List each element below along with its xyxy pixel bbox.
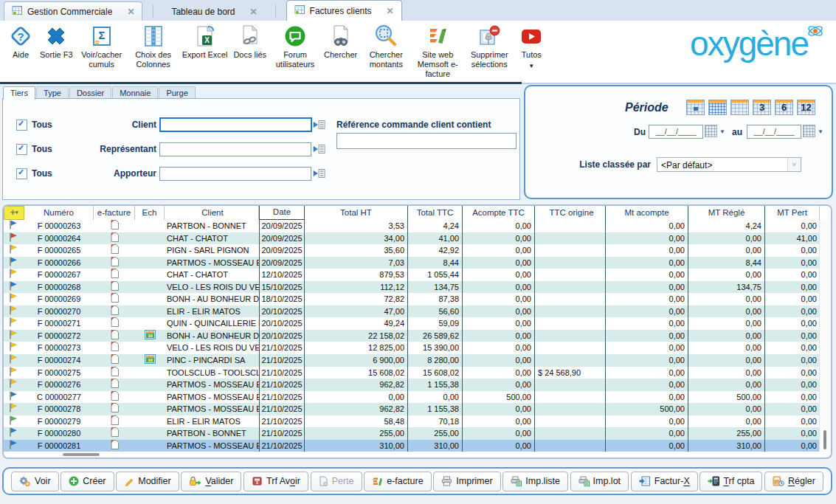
column-header-mt-acompte[interactable]: Mt acompte — [606, 206, 688, 220]
column-header-date[interactable]: Date — [259, 206, 305, 220]
lookup-list-icon[interactable] — [313, 120, 326, 130]
table-row[interactable]: F 00000273 10 VELO - LES ROIS DU VELO 21… — [4, 342, 820, 354]
toolbar-supprimer-selections-button[interactable]: Supprimer sélections — [466, 23, 512, 69]
table-row[interactable]: F 00000281 10 PARTMOS - MOSSEAU Edd 21/1… — [4, 440, 820, 452]
add-column-button[interactable]: +▾ — [4, 206, 24, 220]
calendar-picker-icon[interactable] — [705, 125, 717, 137]
calendar-picker-icon[interactable] — [803, 125, 815, 137]
toolbar-export-excel-button[interactable]: X Export Excel — [182, 23, 228, 60]
toolbar-docs-lies-button[interactable]: Docs liés — [233, 23, 266, 60]
table-row[interactable]: F 00000278 10 PARTMOS - MOSSEAU Edd 21/1… — [4, 403, 820, 415]
perte-button[interactable]: Perte — [311, 472, 362, 491]
table-row[interactable]: F 00000268 10 VELO - LES ROIS DU VELO 15… — [4, 281, 820, 294]
table-row[interactable]: F 00000275 10 TOOLSCLUB - TOOLSCLU 21/10… — [4, 367, 820, 379]
client-input[interactable] — [159, 117, 312, 132]
tous-client-checkbox[interactable] — [16, 120, 27, 131]
lookup-list-icon[interactable] — [313, 168, 326, 179]
table-row[interactable]: F 00000280 10 PARTBON - BONNET 21/10/202… — [4, 427, 820, 440]
horizontal-scrollbar[interactable] — [4, 452, 820, 458]
table-row[interactable]: F 00000266 10 PARTMOS - MOSSEAU Edd 20/0… — [4, 257, 820, 269]
table-row[interactable]: F 00000267 10 CHAT - CHATOT 12/10/2025 8… — [4, 269, 820, 281]
close-icon[interactable]: ✕ — [387, 6, 394, 16]
tab-gestion-commerciale[interactable]: Gestion Commerciale ✕ — [4, 1, 142, 21]
factur-x-button[interactable]: Factur-X — [631, 472, 698, 491]
apporteur-input[interactable] — [159, 167, 311, 181]
table-row[interactable]: F 00000263 10 PARTBON - BONNET 20/09/202… — [4, 220, 820, 232]
lookup-list-icon[interactable] — [313, 144, 326, 154]
svg-text:10: 10 — [148, 358, 153, 362]
cell-acompte-ttc: 0,00 — [463, 305, 535, 318]
toolbar-forum-button[interactable]: Forum utilisateurs — [272, 23, 318, 69]
tous-apporteur-checkbox[interactable] — [16, 168, 27, 179]
voir-button[interactable]: Voir — [11, 472, 59, 491]
calendar-week-icon[interactable] — [708, 100, 727, 115]
sort-order-select[interactable]: <Par défaut> ˅ — [657, 157, 801, 172]
creer-button[interactable]: Créer — [61, 472, 114, 491]
filter-tab-tiers[interactable]: Tiers — [3, 86, 35, 100]
table-row[interactable]: F 00000271 10 QUIN - QUINCAILLERIE PL 20… — [4, 317, 820, 330]
table-row[interactable]: F 00000274 10 PINC - PINCARDI SA 21/10/2… — [4, 354, 820, 367]
reference-commande-input[interactable] — [336, 133, 517, 149]
tab-tableau-de-bord[interactable]: Tableau de bord ✕ — [164, 2, 264, 21]
table-row[interactable]: F 00000270 10 ELIR - ELIR MATOS 20/10/20… — [4, 305, 820, 318]
toolbar-colonnes-button[interactable]: Choix des Colonnes — [131, 23, 176, 69]
periode-3-months-button[interactable]: 3 — [753, 100, 771, 115]
efacture-logo-icon — [424, 23, 451, 49]
toolbar-aide-button[interactable]: ? Aide — [7, 23, 34, 60]
table-row[interactable]: F 00000265 10 PIGN - SARL PIGNON 20/09/2… — [4, 244, 820, 257]
e-facture-button[interactable]: e-facture — [364, 472, 431, 491]
imp-lot-button[interactable]: Imp.lot — [570, 472, 629, 491]
periode-6-months-button[interactable]: 6 — [775, 100, 793, 115]
periode-12-months-button[interactable]: 12 — [797, 100, 815, 115]
date-to-input[interactable]: __/__/____ — [747, 125, 801, 139]
column-header-total-ht[interactable]: Total HT — [305, 206, 408, 220]
cell-numero: F 00000272 — [24, 330, 94, 342]
table-row[interactable]: F 00000264 10 CHAT - CHATOT 20/09/2025 3… — [4, 232, 820, 245]
vertical-scrollbar-thumb[interactable] — [823, 430, 826, 449]
column-header-total-ttc[interactable]: Total TTC — [408, 206, 463, 220]
tab-factures-clients[interactable]: Factures clients ✕ — [286, 0, 402, 21]
imp-liste-button[interactable]: Imp.liste — [502, 472, 568, 491]
column-header-acompte-ttc[interactable]: Acompte TTC — [463, 206, 535, 220]
representant-input[interactable] — [159, 142, 311, 156]
toolbar-cumuls-button[interactable]: Σ Voir/cacher cumuls — [79, 23, 125, 69]
tous-label: Tous — [32, 120, 52, 130]
toolbar-sortie-button[interactable]: Sortie F3 — [40, 23, 73, 60]
toolbar-site-web-button[interactable]: Site web Memsoft e-facture — [415, 23, 460, 79]
table-row[interactable]: C 00000277 10 PARTMOS - MOSSEAU Edd 21/1… — [4, 391, 820, 404]
tous-representant-checkbox[interactable] — [16, 144, 27, 155]
cell-ttc-origine — [535, 269, 606, 281]
date-from-input[interactable]: __/__/____ — [649, 125, 703, 139]
calendar-month-icon[interactable] — [730, 100, 749, 115]
close-icon[interactable]: ✕ — [127, 7, 134, 17]
tutos-dropdown-arrow[interactable]: ▼ — [528, 63, 534, 69]
e-facture-doc-icon — [111, 393, 119, 402]
toolbar-tutos-button[interactable]: Tutos ▼ — [518, 23, 545, 69]
table-row[interactable]: F 00000279 10 ELIR - ELIR MATOS 21/10/20… — [4, 415, 820, 428]
table-row[interactable]: F 00000272 10 BONH - AU BONHEUR DU 20/10… — [4, 330, 820, 342]
column-header-mt-regle[interactable]: MT Réglé — [688, 206, 765, 220]
column-header-ttc-origine[interactable]: TTC origine — [535, 206, 606, 220]
regler-button[interactable]: Régler — [764, 472, 823, 491]
column-header-mt-pert[interactable]: MT Pert — [765, 206, 820, 220]
calendar-day-icon[interactable] — [686, 100, 705, 115]
toolbar-chercher-button[interactable]: Chercher — [324, 23, 357, 60]
column-header-efacture[interactable]: e-facture — [94, 206, 135, 220]
trf-cpta-button[interactable]: Trf cpta — [699, 472, 762, 491]
chevron-down-icon[interactable]: ▼ — [719, 128, 725, 135]
imprimer-button[interactable]: Imprimer — [433, 472, 500, 491]
valider-button[interactable]: Valider — [181, 472, 241, 491]
table-row[interactable]: F 00000269 10 BONH - AU BONHEUR DU 18/10… — [4, 293, 820, 305]
column-header-client[interactable]: Client — [165, 206, 259, 220]
chevron-down-icon[interactable]: ▼ — [818, 128, 823, 135]
trf-avoir-button[interactable]: $ Trf Avoir — [243, 472, 308, 491]
row-flag-icon — [9, 317, 17, 330]
vertical-scrollbar[interactable] — [819, 220, 831, 452]
column-header-numero[interactable]: Numéro — [24, 206, 94, 220]
close-icon[interactable]: ✕ — [250, 7, 258, 17]
column-header-ech[interactable]: Ech — [135, 206, 165, 220]
toolbar-chercher-montants-button[interactable]: Chercher montants — [363, 23, 409, 69]
modifier-button[interactable]: Modifier — [116, 472, 179, 491]
table-row[interactable]: F 00000276 10 PARTMOS - MOSSEAU Edd 21/1… — [4, 379, 820, 391]
horizontal-scrollbar-thumb[interactable] — [63, 453, 100, 456]
